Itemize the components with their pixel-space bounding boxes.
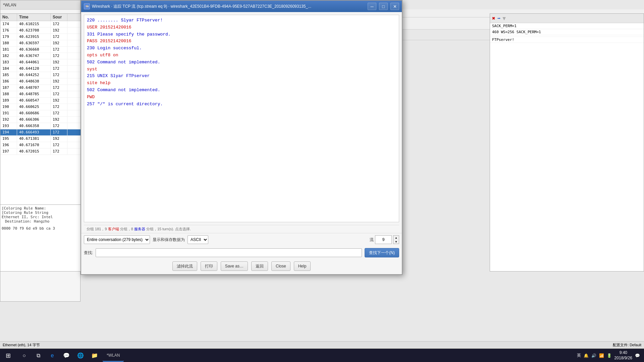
- packet-row[interactable]: 189 40.660547 192: [0, 98, 87, 104]
- print-btn[interactable]: 打印: [201, 261, 217, 271]
- packet-list-header: No. Time Sour: [0, 14, 87, 21]
- packet-src: 172: [51, 104, 67, 110]
- taskbar-lang: 英: [577, 353, 581, 358]
- packet-src: 172: [51, 47, 67, 53]
- packet-row[interactable]: 197 40.672015 172: [0, 148, 87, 155]
- detail-panel: [Coloring Rule Name: [Coloring Rule Stri…: [0, 204, 87, 272]
- packet-row[interactable]: 186 40.648638 192: [0, 78, 87, 85]
- right-forward-btn[interactable]: ➡: [497, 15, 501, 21]
- hex-line: 0000 70 f9 6d e9 bb ca 3: [2, 226, 86, 231]
- packet-time: 40.648785: [17, 91, 51, 97]
- encoding-select[interactable]: ASCII: [187, 235, 208, 244]
- save-as-btn[interactable]: Save as…: [221, 261, 248, 271]
- taskbar-notify-icon[interactable]: 🔔: [584, 353, 589, 358]
- packet-row[interactable]: 176 40.623708 192: [0, 27, 87, 34]
- taskbar-search-btn[interactable]: ○: [17, 349, 31, 362]
- stream-number-input[interactable]: [375, 235, 392, 244]
- packet-time: 40.636660: [17, 47, 51, 53]
- packet-src: 192: [51, 27, 67, 34]
- taskbar-battery-icon[interactable]: 🔋: [607, 353, 612, 358]
- packet-row[interactable]: 194 40.666493 172: [0, 129, 87, 136]
- packet-time: 40.660547: [17, 98, 51, 104]
- packet-time: 40.644252: [17, 72, 51, 78]
- packet-row[interactable]: 174 40.610215 172: [0, 21, 87, 27]
- right-dropdown-btn[interactable]: ▼: [502, 15, 506, 21]
- packet-no: 186: [0, 78, 17, 84]
- col-time: Time: [17, 14, 51, 21]
- packet-time: 40.623915: [17, 34, 51, 40]
- wireshark-icon: 🦈: [84, 3, 90, 9]
- packet-row[interactable]: 179 40.623915 172: [0, 34, 87, 40]
- tcp-controls-row1: Entire conversation (279 bytes) 显示和保存数据为…: [81, 233, 402, 246]
- taskbar-network-icon[interactable]: 📶: [599, 353, 604, 358]
- wlan-title: *WLAN: [3, 3, 16, 7]
- packet-time: 40.648707: [17, 85, 51, 91]
- taskbar-clock[interactable]: 9:40 2018/9/26: [614, 350, 632, 361]
- packet-row[interactable]: 195 40.671381 192: [0, 136, 87, 142]
- packet-no: 183: [0, 59, 17, 65]
- taskbar-wlan-app[interactable]: *WLAN: [103, 350, 124, 362]
- close-dialog-btn[interactable]: Close: [271, 261, 290, 271]
- filter-stream-btn[interactable]: 滤掉此流: [172, 261, 197, 271]
- return-btn[interactable]: 返回: [251, 261, 268, 271]
- clock-date: 2018/9/26: [614, 356, 632, 361]
- packet-row[interactable]: 184 40.644120 172: [0, 66, 87, 72]
- packet-time: 40.666306: [17, 117, 51, 123]
- packet-row[interactable]: 188 40.648785 172: [0, 91, 87, 98]
- packet-row[interactable]: 196 40.671670 172: [0, 142, 87, 148]
- packet-no: 174: [0, 21, 17, 27]
- tcp-status-bar: 分组 181，9 客户端 分组，8 服务器 分组，15 turn(s). 点击选…: [84, 225, 399, 233]
- packet-src: 172: [51, 142, 67, 148]
- tcp-titlebar: 🦈 Wireshark · 追踪 TCP 流 (tcp.stream eq 9)…: [81, 1, 402, 12]
- packet-list-rows: 174 40.610215 172 176 40.623708 192 179 …: [0, 21, 87, 155]
- maximize-btn[interactable]: □: [379, 3, 388, 10]
- taskbar-wechat-btn[interactable]: 💬: [60, 349, 73, 362]
- close-btn[interactable]: ✕: [390, 3, 399, 10]
- right-close-btn[interactable]: ✖: [492, 15, 495, 21]
- packet-row[interactable]: 191 40.660686 172: [0, 110, 87, 117]
- packet-row[interactable]: 182 40.636747 172: [0, 53, 87, 59]
- packet-row[interactable]: 181 40.636660 172: [0, 47, 87, 53]
- packet-row[interactable]: 187 40.648707 172: [0, 85, 87, 91]
- packet-time: 40.666358: [17, 123, 51, 129]
- taskbar-notification-btn[interactable]: 💬: [635, 353, 640, 358]
- packet-no: 197: [0, 148, 17, 155]
- packet-row[interactable]: 192 40.666306 192: [0, 117, 87, 123]
- packet-row[interactable]: 190 40.660625 172: [0, 104, 87, 110]
- packet-row[interactable]: 183 40.644061 192: [0, 59, 87, 66]
- packet-time: 40.623708: [17, 27, 51, 34]
- packet-src: 172: [51, 66, 67, 72]
- tcp-stream-line: 230 Login successful.: [87, 45, 396, 52]
- packet-no: 193: [0, 123, 17, 129]
- packet-row[interactable]: 193 40.666358 172: [0, 123, 87, 129]
- taskbar-browser-btn[interactable]: 🌐: [74, 349, 87, 362]
- taskbar-edge-btn[interactable]: e: [46, 349, 59, 362]
- status-suffix: 分组，15 turn(s). 点击选择.: [145, 227, 191, 231]
- start-button[interactable]: ⊞: [0, 349, 16, 362]
- packet-row[interactable]: 185 40.644252 172: [0, 72, 87, 78]
- wlan-titlebar: *WLAN: [0, 0, 80, 10]
- packet-row[interactable]: 180 40.636597 192: [0, 40, 87, 47]
- taskbar-volume-icon[interactable]: 🔊: [591, 353, 596, 358]
- tcp-stream-line: site help: [87, 80, 396, 87]
- packet-src: 172: [51, 72, 67, 78]
- find-next-btn[interactable]: 查找下一个(N): [365, 248, 399, 257]
- packet-no: 179: [0, 34, 17, 40]
- search-input[interactable]: [96, 248, 362, 257]
- stream-up-btn[interactable]: ▲: [393, 236, 399, 240]
- tcp-stream-line: 502 Command not implemented.: [87, 59, 396, 66]
- stream-spinner: ▲ ▼: [393, 235, 399, 244]
- conversation-select[interactable]: Entire conversation (279 bytes): [84, 235, 150, 244]
- taskbar-task-view[interactable]: ⧉: [32, 349, 45, 362]
- packet-src: 172: [51, 110, 67, 116]
- taskbar: ⊞ ○ ⧉ e 💬 🌐 📁 *WLAN 英 🔔 🔊 📶 🔋 9:40 2018/…: [0, 349, 644, 362]
- packet-no: 194: [0, 129, 17, 135]
- packet-src: 172: [51, 91, 67, 97]
- detail-line-3: Ethernet II, Src: Intel: [2, 215, 86, 219]
- tcp-stream-line: 331 Please specify the password.: [87, 31, 396, 38]
- stream-down-btn[interactable]: ▼: [393, 240, 399, 244]
- tcp-stream-line: opts utf8 on: [87, 52, 396, 59]
- taskbar-files-btn[interactable]: 📁: [88, 349, 101, 362]
- minimize-btn[interactable]: ─: [368, 3, 376, 10]
- help-btn[interactable]: Help: [294, 261, 311, 271]
